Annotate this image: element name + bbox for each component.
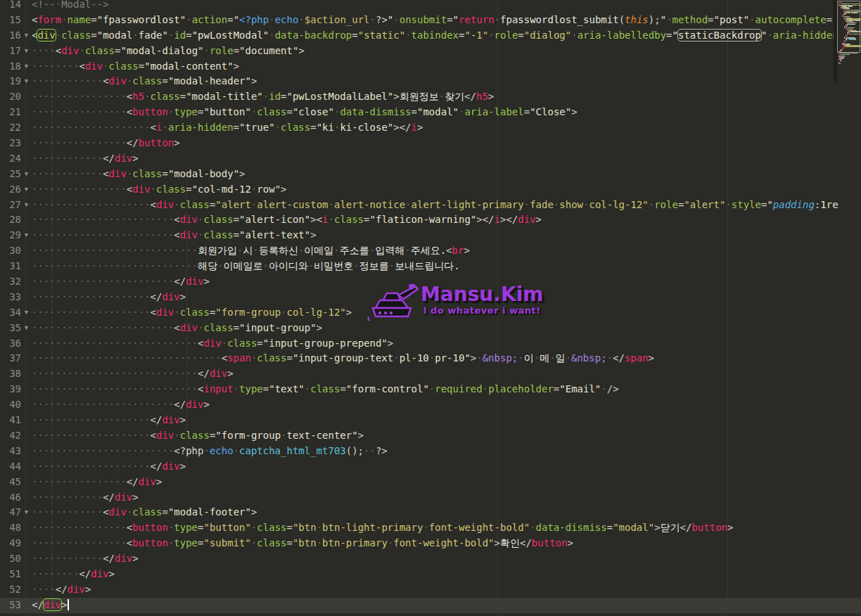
minimap-line — [855, 20, 861, 20]
code-line: 25▼············<div·class="modal-body"> — [0, 167, 861, 182]
fold-arrow-icon[interactable]: ▼ — [21, 28, 32, 44]
minimap-line — [849, 39, 855, 39]
code-line: 16▼<div·class="modal·fade"·id="pwLostMod… — [0, 28, 861, 44]
fold-arrow-icon[interactable]: ▼ — [21, 44, 32, 59]
code-line-text: ············<div·class="modal-header"> — [32, 74, 257, 89]
line-number[interactable]: 35 — [0, 321, 21, 336]
line-number[interactable]: 40 — [0, 397, 21, 413]
code-line-text: ························<div·class="aler… — [32, 228, 317, 243]
line-number[interactable]: 51 — [0, 567, 21, 582]
fold-arrow-icon[interactable]: ▼ — [21, 198, 32, 213]
code-line-text: ············<div·class="modal-footer"> — [32, 505, 257, 520]
minimap-line — [846, 40, 847, 41]
minimap-line — [847, 54, 849, 55]
line-number[interactable]: 53 — [0, 598, 21, 613]
line-number[interactable]: 42 — [0, 428, 21, 444]
line-number[interactable]: 22 — [0, 120, 21, 136]
line-number[interactable]: 15 — [0, 13, 21, 28]
line-number[interactable]: 43 — [0, 444, 21, 459]
line-number[interactable]: 17 — [0, 44, 21, 59]
code-line: 52····</div> — [0, 582, 861, 598]
minimap[interactable] — [837, 0, 861, 83]
line-number[interactable]: 48 — [0, 520, 21, 536]
code-line: 47▼············<div·class="modal-footer"… — [0, 505, 861, 520]
code-line-text: ················<button·type="button"·cl… — [32, 105, 578, 120]
line-number[interactable]: 50 — [0, 551, 21, 567]
fold-arrow-icon[interactable]: ▼ — [21, 305, 32, 321]
line-number[interactable]: 28 — [0, 212, 21, 228]
line-number[interactable]: 26 — [0, 182, 21, 198]
code-line: 44····················</div> — [0, 459, 861, 475]
fold-arrow-icon[interactable]: ▼ — [21, 59, 32, 75]
line-number[interactable]: 20 — [0, 89, 21, 105]
line-number[interactable]: 25 — [0, 167, 21, 182]
line-number[interactable]: 30 — [0, 243, 21, 259]
line-number[interactable]: 21 — [0, 105, 21, 120]
line-number[interactable]: 49 — [0, 536, 21, 551]
line-number[interactable]: 37 — [0, 351, 21, 366]
code-line-text: ····</div> — [32, 582, 91, 598]
line-number[interactable]: 29 — [0, 228, 21, 243]
code-line: 28························<div·class="al… — [0, 212, 861, 228]
minimap-line — [843, 58, 844, 58]
line-number[interactable]: 39 — [0, 382, 21, 397]
line-number[interactable]: 36 — [0, 336, 21, 352]
minimap-line — [851, 46, 861, 47]
code-line-text: ········</div> — [32, 567, 115, 582]
fold-arrow-icon[interactable]: ▼ — [21, 228, 32, 243]
code-line: 34▼····················<div·class="form-… — [0, 305, 861, 321]
line-number[interactable]: 38 — [0, 366, 21, 382]
line-number[interactable]: 44 — [0, 459, 21, 475]
code-line-text: ························<div·class="aler… — [32, 212, 542, 228]
code-line-text: ················<button·type="button"·cl… — [32, 520, 733, 536]
line-number[interactable]: 16 — [0, 28, 21, 44]
line-number[interactable]: 41 — [0, 413, 21, 428]
code-line: 37································<span·… — [0, 351, 861, 366]
fold-arrow-icon[interactable]: ▼ — [21, 167, 32, 182]
code-text-area[interactable]: 14<!--·Modal-->15<form·name="fpasswordlo… — [0, 0, 861, 613]
line-number[interactable]: 52 — [0, 582, 21, 598]
code-line: 46············</div> — [0, 490, 861, 506]
code-line: 30····························회원가입·시·등록하… — [0, 243, 861, 259]
code-line: 20················<h5·class="modal-title… — [0, 89, 861, 105]
line-number[interactable]: 45 — [0, 475, 21, 490]
code-line-text: ····················<div·class="form-gro… — [32, 428, 364, 444]
code-line-text: ····················</div> — [32, 459, 186, 475]
code-line: 21················<button·type="button"·… — [0, 105, 861, 120]
code-line: 24············</div> — [0, 151, 861, 167]
line-number[interactable]: 18 — [0, 59, 21, 75]
minimap-line — [854, 27, 855, 28]
code-line-text: ····<div·class="modal-dialog"·role="docu… — [32, 44, 305, 59]
code-line: 17▼····<div·class="modal-dialog"·role="d… — [0, 44, 861, 59]
code-line: 50············</div> — [0, 551, 861, 567]
fold-arrow-icon[interactable]: ▼ — [21, 182, 32, 198]
code-line-text: ····················<i·aria-hidden="true… — [32, 120, 423, 136]
minimap-line — [847, 35, 848, 36]
fold-arrow-icon[interactable]: ▼ — [21, 74, 32, 89]
code-line: 29▼························<div·class="a… — [0, 228, 861, 243]
line-number[interactable]: 19 — [0, 74, 21, 89]
code-line-text: <!--·Modal--> — [32, 0, 109, 13]
fold-arrow-icon[interactable]: ▼ — [21, 505, 32, 520]
minimap-line — [854, 34, 858, 34]
code-line: 49················<button·type="submit"·… — [0, 536, 861, 551]
code-line: 15<form·name="fpasswordlost"·action="<?p… — [0, 13, 861, 28]
code-line: 23················</button> — [0, 136, 861, 151]
line-number[interactable]: 14 — [0, 0, 21, 13]
minimap-line — [845, 41, 846, 42]
line-number[interactable]: 47 — [0, 505, 21, 520]
minimap-line — [854, 39, 855, 39]
line-number[interactable]: 34 — [0, 305, 21, 321]
minimap-line — [851, 31, 860, 32]
line-number[interactable]: 32 — [0, 274, 21, 290]
text-cursor — [68, 599, 69, 610]
line-number[interactable]: 33 — [0, 290, 21, 305]
line-number[interactable]: 46 — [0, 490, 21, 506]
code-line-text: ························</div> — [32, 274, 210, 290]
line-number[interactable]: 31 — [0, 259, 21, 274]
code-line-text: ····························회원가입·시·등록하신·… — [32, 243, 470, 259]
fold-arrow-icon[interactable]: ▼ — [21, 321, 32, 336]
line-number[interactable]: 23 — [0, 136, 21, 151]
line-number[interactable]: 24 — [0, 151, 21, 167]
line-number[interactable]: 27 — [0, 198, 21, 213]
